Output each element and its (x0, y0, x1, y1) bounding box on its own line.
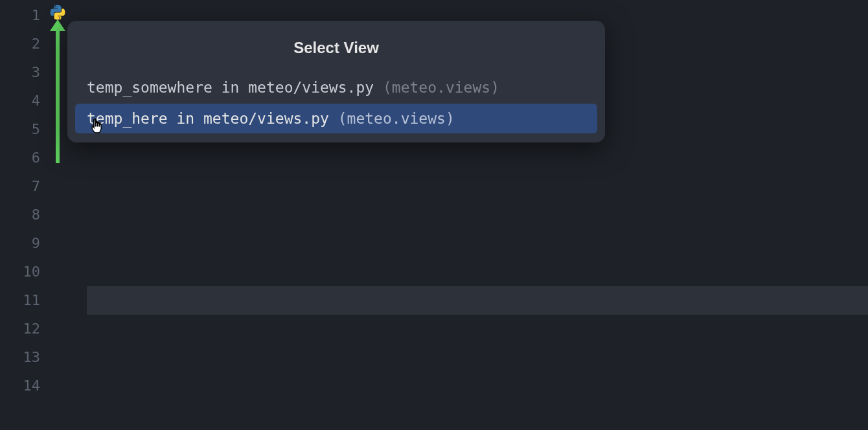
select-view-popup[interactable]: Select View temp_somewhere in meteo/view… (67, 21, 605, 142)
line-number: 2 (0, 30, 40, 58)
line-number: 4 (0, 87, 40, 115)
line-number: 1 (0, 1, 40, 30)
line-number: 10 (0, 258, 40, 286)
line-number: 5 (0, 115, 40, 144)
line-number-gutter: 1 2 3 4 5 6 7 8 9 10 11 12 13 14 (0, 0, 47, 430)
line-number: 13 (0, 343, 40, 372)
line-number: 9 (0, 229, 40, 258)
popup-item-text: temp_here in meteo/views.py (87, 110, 329, 127)
popup-item[interactable]: temp_somewhere in meteo/views.py (meteo.… (75, 73, 597, 102)
line-number: 7 (0, 172, 40, 201)
popup-item-hint: (meteo.views) (338, 110, 455, 127)
popup-item-selected[interactable]: temp_here in meteo/views.py (meteo.views… (75, 104, 597, 133)
code-line (87, 286, 868, 315)
code-line (87, 372, 868, 400)
line-number: 14 (0, 372, 40, 400)
python-icon (49, 4, 66, 21)
line-number: 6 (0, 144, 40, 172)
popup-item-hint: (meteo.views) (383, 79, 499, 96)
line-number: 12 (0, 315, 40, 343)
code-line (87, 201, 868, 229)
arrow-line[interactable] (56, 23, 60, 163)
line-number: 11 (0, 286, 40, 315)
popup-item-text: temp_somewhere in meteo/views.py (87, 79, 374, 96)
line-number: 3 (0, 58, 40, 87)
line-number: 8 (0, 201, 40, 229)
popup-title: Select View (73, 27, 600, 71)
